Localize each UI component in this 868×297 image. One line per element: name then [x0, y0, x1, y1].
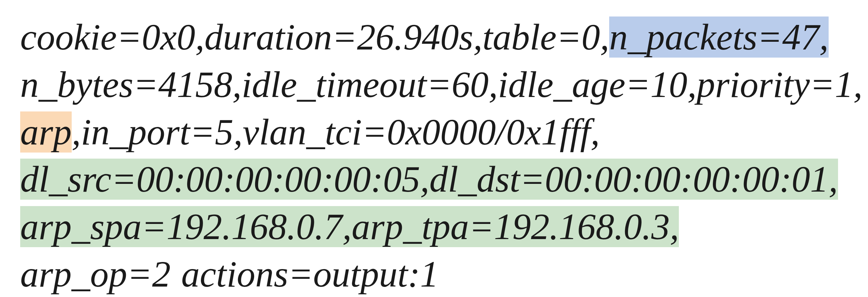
flow-line-5: arp_spa=192.168.0.7,arp_tpa=192.168.0.3, — [20, 203, 848, 250]
flow-line-4: dl_src=00:00:00:00:00:05,dl_dst=00:00:00… — [20, 155, 848, 203]
arp-protocol-highlight: arp — [20, 112, 72, 152]
flow-line-3: arp,in_port=5,vlan_tci=0x0000/0x1fff, — [20, 109, 848, 156]
flow-text-segment: ,in_port=5,vlan_tci=0x0000/0x1fff, — [72, 112, 600, 152]
flow-line-2: n_bytes=4158,idle_timeout=60,idle_age=10… — [20, 61, 848, 109]
flow-text-segment: arp_op=2 actions=output:1 — [20, 254, 438, 295]
arp-ip-addresses-highlight: arp_spa=192.168.0.7,arp_tpa=192.168.0.3, — [20, 206, 679, 247]
n-packets-highlight: n_packets=47, — [609, 17, 829, 58]
flow-text-segment: cookie=0x0,duration=26.940s,table=0, — [20, 17, 609, 58]
mac-addresses-highlight: dl_src=00:00:00:00:00:05,dl_dst=00:00:00… — [20, 158, 838, 200]
flow-text-segment: n_bytes=4158,idle_timeout=60,idle_age=10… — [20, 64, 863, 105]
flow-line-1: cookie=0x0,duration=26.940s,table=0,n_pa… — [20, 13, 848, 61]
openflow-flow-entry: cookie=0x0,duration=26.940s,table=0,n_pa… — [20, 13, 848, 297]
flow-line-6: arp_op=2 actions=output:1 — [20, 250, 848, 297]
